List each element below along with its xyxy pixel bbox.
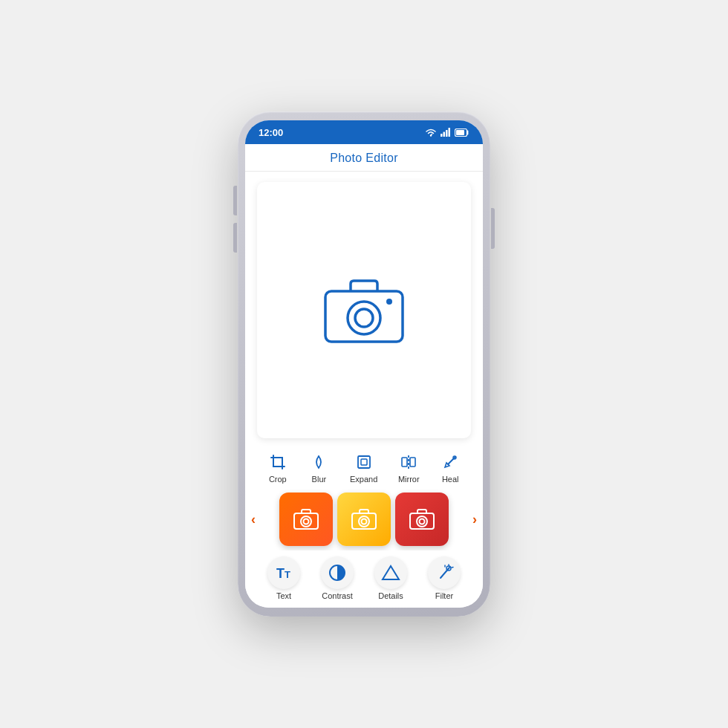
- crop-label: Crop: [269, 475, 287, 484]
- tools-row: Crop Blur Expand: [245, 446, 483, 488]
- text-label: Text: [276, 591, 291, 600]
- app-header: Photo Editor: [245, 144, 483, 172]
- filter-thumbs: [260, 493, 468, 546]
- svg-rect-6: [456, 130, 464, 135]
- filter-thumb-yellow[interactable]: [337, 493, 391, 546]
- svg-point-10: [386, 299, 392, 305]
- svg-rect-4: [449, 128, 451, 137]
- camera-placeholder-icon: [319, 275, 409, 345]
- crop-icon: [267, 452, 288, 472]
- svg-line-16: [448, 457, 455, 464]
- svg-line-34: [449, 565, 449, 566]
- tool-heal[interactable]: Heal: [440, 452, 461, 484]
- svg-rect-12: [361, 459, 367, 465]
- svg-point-26: [420, 519, 425, 524]
- svg-rect-1: [441, 134, 443, 137]
- filter-arrow-right[interactable]: ›: [472, 512, 477, 527]
- contrast-label: Contrast: [322, 591, 353, 600]
- filter-camera-icon-yellow: [351, 508, 377, 530]
- svg-point-8: [348, 302, 380, 334]
- svg-point-20: [304, 519, 309, 524]
- bottom-tool-text[interactable]: T T Text: [267, 556, 300, 600]
- bottom-tool-contrast[interactable]: Contrast: [321, 556, 354, 600]
- contrast-button[interactable]: [321, 556, 354, 589]
- signal-icon: [441, 128, 451, 137]
- svg-marker-30: [383, 566, 399, 579]
- filter-thumb-orange[interactable]: [279, 493, 333, 546]
- svg-point-0: [430, 134, 432, 136]
- heal-icon: [440, 452, 461, 472]
- svg-rect-11: [358, 456, 370, 468]
- tool-mirror[interactable]: Mirror: [398, 452, 420, 484]
- status-time: 12:00: [259, 127, 283, 138]
- bottom-tools: T T Text Contrast: [245, 550, 483, 608]
- phone-screen: 12:00: [245, 120, 483, 608]
- svg-line-31: [441, 568, 449, 578]
- text-icon: T T: [275, 564, 293, 582]
- tool-blur[interactable]: Blur: [308, 452, 329, 484]
- svg-point-23: [362, 519, 367, 524]
- filter-arrow-left[interactable]: ‹: [251, 512, 256, 527]
- tool-expand[interactable]: Expand: [350, 452, 377, 484]
- filter-label: Filter: [435, 591, 453, 600]
- details-icon: [381, 563, 400, 582]
- photo-canvas[interactable]: [257, 182, 471, 438]
- svg-point-19: [301, 516, 311, 527]
- svg-rect-15: [410, 458, 415, 467]
- blur-icon: [308, 452, 329, 472]
- svg-rect-14: [402, 458, 407, 467]
- app-title: Photo Editor: [330, 152, 398, 164]
- expand-icon: [354, 452, 374, 472]
- status-icons: [425, 128, 469, 137]
- svg-point-22: [359, 516, 369, 527]
- filter-button[interactable]: [428, 556, 461, 589]
- filter-camera-icon-red: [409, 508, 435, 530]
- heal-label: Heal: [442, 475, 459, 484]
- svg-text:T: T: [276, 566, 285, 581]
- details-button[interactable]: [374, 556, 407, 589]
- svg-rect-3: [446, 130, 448, 137]
- filters-row: ‹: [245, 488, 483, 550]
- svg-point-25: [417, 516, 427, 527]
- bottom-tool-filter[interactable]: Filter: [428, 556, 461, 600]
- bottom-tool-details[interactable]: Details: [374, 556, 407, 600]
- svg-line-35: [452, 568, 453, 568]
- mirror-label: Mirror: [398, 475, 420, 484]
- status-bar: 12:00: [245, 120, 483, 144]
- svg-rect-2: [443, 132, 446, 137]
- details-label: Details: [378, 591, 403, 600]
- text-button[interactable]: T T: [267, 556, 300, 589]
- battery-icon: [455, 129, 469, 137]
- svg-text:T: T: [285, 569, 290, 580]
- blur-label: Blur: [312, 475, 327, 484]
- filter-icon: [435, 563, 454, 582]
- contrast-icon: [328, 563, 347, 582]
- tool-crop[interactable]: Crop: [267, 452, 288, 484]
- phone-frame: 12:00: [238, 111, 490, 617]
- filter-thumb-red[interactable]: [395, 493, 449, 546]
- svg-point-9: [355, 309, 373, 327]
- filter-camera-icon-orange: [293, 508, 319, 530]
- mirror-icon: [398, 452, 419, 472]
- wifi-icon: [425, 128, 437, 137]
- expand-label: Expand: [350, 475, 377, 484]
